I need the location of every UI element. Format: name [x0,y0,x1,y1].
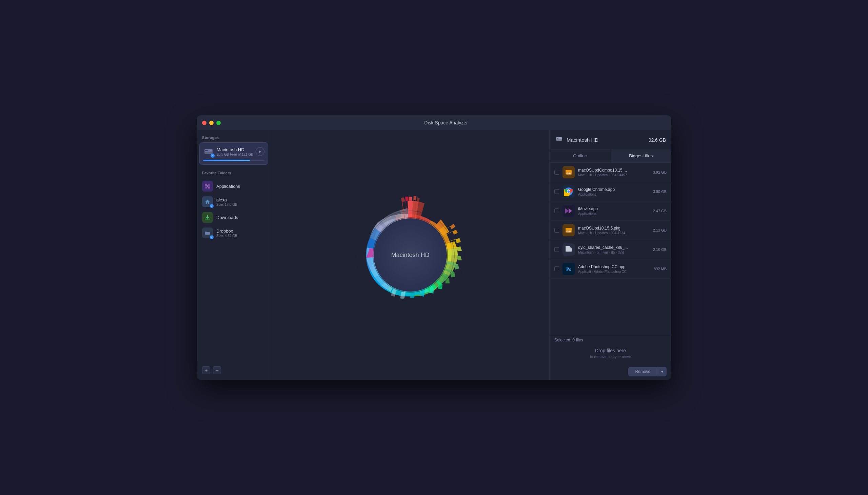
file-checkbox-5[interactable] [555,267,559,271]
svg-rect-19 [557,138,558,139]
pkg-icon-1: PKG [562,224,575,236]
right-panel: Macintosh HD 92.6 GB Outline Biggest fil… [549,130,671,380]
file-checkbox-1[interactable] [555,189,559,194]
dyld-icon [562,243,575,256]
file-size-0: 3.92 GB [653,170,667,174]
file-info-0: macOSUpdCombo10.15.... Mac › Lib › Updat… [578,168,650,177]
downloads-icon [202,212,213,223]
ps-icon: Ps [562,263,575,275]
download-symbol-icon [204,214,210,220]
maximize-button[interactable] [216,121,221,125]
chart-area: Macintosh HD [271,130,549,380]
apps-symbol-icon: A [204,183,210,189]
alexa-name: alexa [216,197,266,202]
chrome-icon [562,186,575,198]
pkg-icon-0: PKG [562,166,575,178]
applications-icon: A [202,181,213,191]
tab-outline[interactable]: Outline [550,150,611,163]
file-checkbox-2[interactable] [555,208,559,213]
dropbox-name: Dropbox [216,228,266,234]
sunburst-chart-svg [322,167,498,343]
imovie-icon [562,205,575,217]
remove-folder-button[interactable]: − [213,366,221,374]
file-item-macos-upd[interactable]: PKG macOSUpd10.15.5.pkg Mac › Lib › Upda… [550,221,671,240]
folder-symbol-icon [204,230,210,236]
svg-rect-2 [205,150,208,151]
svg-text:A: A [206,185,208,188]
file-item-dyld[interactable]: dyld_shared_cache_x86_... Macintosh › pr… [550,240,671,259]
sidebar: Storages ✓ [197,130,271,380]
close-button[interactable] [202,121,206,125]
svg-text:Ps: Ps [566,267,571,272]
remove-row: Remove ▼ [555,367,667,376]
file-checkbox-0[interactable] [555,170,559,175]
file-name-4: dyld_shared_cache_x86_... [578,245,650,250]
storage-icon-wrap: ✓ [203,146,214,157]
traffic-lights [202,121,221,125]
sidebar-item-alexa[interactable]: ✓ alexa Size: 18.0 GB [197,194,271,209]
alexa-icon-wrap: ✓ [202,196,213,207]
file-name-0: macOSUpdCombo10.15.... [578,168,650,173]
donut-chart[interactable]: Macintosh HD [322,167,498,343]
file-path-5: Applicati › Adobe Photoshop CC [578,270,650,274]
file-item-photoshop[interactable]: Ps Adobe Photoshop CC.app Applicati › Ad… [550,259,671,279]
right-panel-size: 92.6 GB [649,137,666,143]
storage-check-icon: ✓ [210,154,215,158]
app-window: Disk Space Analyzer Storages [197,115,671,380]
file-size-4: 2.10 GB [653,248,667,252]
titlebar: Disk Space Analyzer [197,115,671,130]
file-item-imovie[interactable]: iMovie.app Applications 2.47 GB [550,201,671,221]
downloads-name: Downloads [216,215,266,220]
file-path-2: Applications [578,212,650,216]
storage-macintosh-hd[interactable]: ✓ Macintosh HD 28.5 GB Free of 121 GB ▶ [199,142,268,165]
dropbox-check-icon: ✓ [210,235,214,239]
file-path-4: Macintosh › pri › var › db › dyld [578,251,650,254]
storage-free: 28.5 GB Free of 121 GB [217,153,253,156]
alexa-size: Size: 18.0 GB [216,203,266,206]
storage-progress-bar [203,160,265,161]
svg-point-20 [561,138,561,139]
tab-biggest-files[interactable]: Biggest files [611,150,672,163]
remove-button[interactable]: Remove [628,367,657,376]
file-size-5: 892 MB [654,267,667,271]
file-size-1: 3.90 GB [653,189,667,193]
file-info-2: iMovie.app Applications [578,206,650,216]
downloads-icon-wrap [202,212,213,223]
file-path-1: Applications [578,192,650,196]
file-path-0: Mac › Lib › Updates › 061-94457 [578,173,650,177]
selected-count: Selected: 0 files [555,338,667,342]
sidebar-footer: + − [197,363,271,377]
remove-dropdown-button[interactable]: ▼ [658,367,667,376]
file-item-macos-combo[interactable]: PKG macOSUpdCombo10.15.... Mac › Lib › U… [550,163,671,182]
svg-point-3 [210,150,211,151]
right-panel-header: Macintosh HD 92.6 GB [550,130,671,150]
file-item-chrome[interactable]: Google Chrome.app Applications 3.90 GB [550,182,671,201]
tabs: Outline Biggest files [550,150,671,163]
minimize-button[interactable] [209,121,214,125]
file-checkbox-3[interactable] [555,228,559,233]
svg-rect-34 [565,246,569,252]
file-name-1: Google Chrome.app [578,187,650,192]
favorites-label: Favorite Folders [197,165,271,178]
applications-name: Applications [216,184,266,189]
sidebar-item-applications[interactable]: A Applications [197,178,271,194]
add-folder-button[interactable]: + [202,366,210,374]
svg-rect-11 [205,232,210,235]
svg-rect-32 [565,228,572,230]
right-panel-title: Macintosh HD [566,137,645,143]
sidebar-item-dropbox[interactable]: ✓ Dropbox Size: 4.52 GB [197,225,271,241]
file-size-2: 2.47 GB [653,209,667,213]
hard-drive-header-icon [555,135,563,145]
file-name-5: Adobe Photoshop CC.app [578,264,650,269]
file-list: PKG macOSUpdCombo10.15.... Mac › Lib › U… [550,163,671,334]
svg-rect-10 [205,219,210,220]
file-checkbox-4[interactable] [555,247,559,252]
drop-zone[interactable]: Drop files here to remove, copy or move [555,345,667,365]
sidebar-item-downloads[interactable]: Downloads [197,209,271,225]
drop-title: Drop files here [555,348,667,353]
file-info-3: macOSUpd10.15.5.pkg Mac › Lib › Updates … [578,226,650,235]
storage-play-button[interactable]: ▶ [256,147,265,156]
svg-rect-22 [565,170,572,172]
svg-text:PKG: PKG [566,230,571,232]
storages-label: Storages [197,130,271,142]
